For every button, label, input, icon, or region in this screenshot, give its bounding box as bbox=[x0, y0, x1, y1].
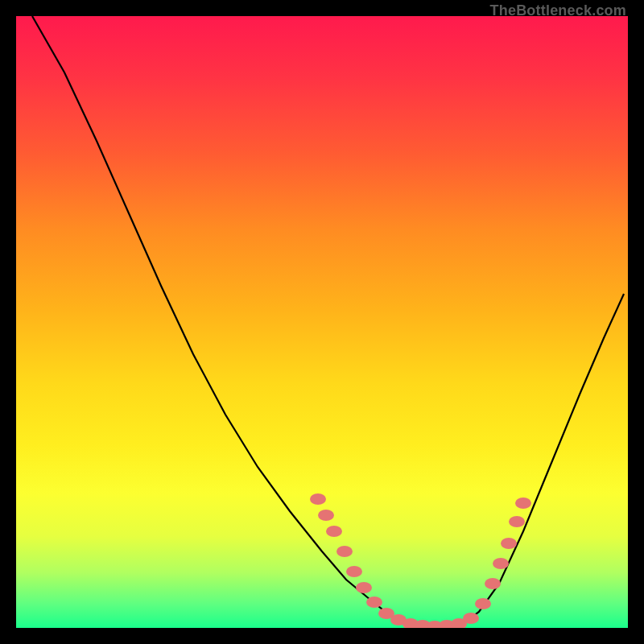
chart-frame: TheBottleneck.com bbox=[0, 0, 644, 644]
highlight-dot bbox=[318, 510, 334, 521]
highlight-dot bbox=[485, 578, 501, 589]
highlight-dot bbox=[463, 613, 479, 624]
highlight-dot bbox=[515, 497, 531, 509]
highlight-dot bbox=[475, 598, 491, 609]
highlight-dot bbox=[366, 597, 382, 608]
highlight-dot bbox=[346, 566, 362, 577]
highlight-dot bbox=[326, 526, 342, 537]
highlight-dot bbox=[310, 493, 326, 505]
chart-svg bbox=[16, 16, 628, 628]
highlight-dot bbox=[509, 516, 525, 527]
highlight-dot bbox=[493, 558, 509, 569]
highlight-dot bbox=[501, 538, 517, 549]
highlight-dot bbox=[356, 582, 372, 593]
highlight-dot bbox=[336, 546, 353, 557]
watermark-text: TheBottleneck.com bbox=[490, 2, 626, 19]
plot-background bbox=[16, 16, 628, 628]
